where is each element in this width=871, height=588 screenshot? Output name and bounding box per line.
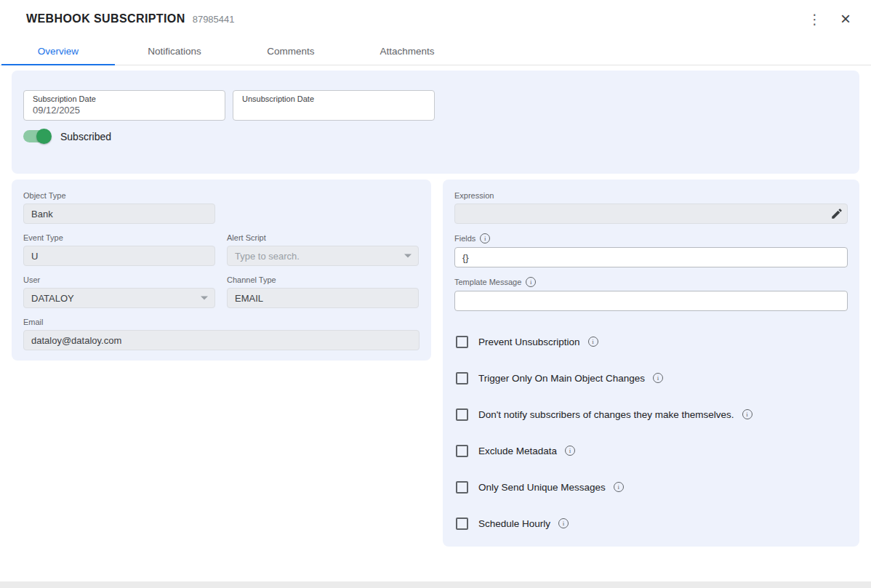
email-field: dataloy@dataloy.com bbox=[23, 330, 420, 350]
prevent-unsubscription-checkbox[interactable] bbox=[456, 336, 468, 348]
object-details-panel: Object Type Bank Event Type U Ale bbox=[12, 180, 431, 361]
page-title: WEBHOOK SUBSCRIPTION bbox=[26, 12, 185, 25]
checkbox-label: Prevent Unsubscription bbox=[478, 337, 580, 347]
event-type-label: Event Type bbox=[23, 233, 215, 242]
checkbox-label: Don't notify subscribers of changes they… bbox=[478, 409, 734, 420]
close-icon[interactable]: × bbox=[840, 10, 851, 28]
expression-label: Expression bbox=[454, 191, 848, 200]
alert-script-placeholder: Type to search. bbox=[235, 251, 300, 262]
chevron-down-icon bbox=[201, 297, 208, 300]
info-icon[interactable]: i bbox=[742, 409, 752, 419]
fields-input[interactable]: {} bbox=[454, 247, 848, 267]
user-label: User bbox=[23, 275, 215, 284]
unsubscription-date-field[interactable]: Unsubscription Date bbox=[233, 90, 435, 121]
kebab-menu-icon[interactable]: ⋮ bbox=[800, 11, 829, 28]
chevron-down-icon bbox=[404, 254, 412, 258]
fields-value: {} bbox=[462, 252, 469, 263]
channel-type-input: EMAIL bbox=[227, 288, 419, 308]
checkbox-row-dont-notify-self: Don't notify subscribers of changes they… bbox=[456, 407, 848, 422]
alert-script-input[interactable]: Type to search. bbox=[227, 246, 419, 266]
info-icon[interactable]: i bbox=[480, 233, 490, 243]
event-type-value: U bbox=[31, 251, 38, 262]
overview-content: Subscription Date 09/12/2025 Unsubscript… bbox=[0, 65, 871, 547]
tab-notifications[interactable]: Notifications bbox=[116, 38, 233, 65]
tab-attachments[interactable]: Attachments bbox=[349, 38, 465, 65]
user-value: DATALOY bbox=[31, 293, 74, 304]
unsubscription-date-label: Unsubscription Date bbox=[242, 94, 425, 103]
exclude-metadata-checkbox[interactable] bbox=[456, 445, 468, 457]
dialog-header: WEBHOOK SUBSCRIPTION 87985441 ⋮ × bbox=[0, 0, 871, 38]
fields-label: Fields bbox=[454, 234, 475, 243]
user-select[interactable]: DATALOY bbox=[23, 288, 215, 308]
checkbox-row-unique-messages: Only Send Unique Messages i bbox=[456, 480, 848, 494]
subscription-date-field[interactable]: Subscription Date 09/12/2025 bbox=[23, 90, 225, 121]
info-icon[interactable]: i bbox=[558, 518, 569, 528]
info-icon[interactable]: i bbox=[653, 373, 663, 383]
webhook-subscription-dialog: WEBHOOK SUBSCRIPTION 87985441 ⋮ × Overvi… bbox=[0, 0, 871, 581]
subscription-date-label: Subscription Date bbox=[33, 94, 216, 103]
email-value: dataloy@dataloy.com bbox=[31, 335, 121, 346]
checkbox-label: Exclude Metadata bbox=[478, 446, 557, 456]
email-label: Email bbox=[23, 318, 420, 326]
info-icon[interactable]: i bbox=[588, 337, 598, 347]
channel-type-label: Channel Type bbox=[227, 275, 419, 284]
expression-input bbox=[454, 204, 848, 224]
subscribed-toggle[interactable] bbox=[23, 130, 49, 142]
toggle-knob bbox=[36, 129, 52, 144]
subscribed-toggle-label: Subscribed bbox=[60, 131, 111, 142]
object-type-label: Object Type bbox=[23, 191, 215, 200]
checkbox-label: Schedule Hourly bbox=[478, 518, 550, 529]
checkbox-row-prevent-unsubscription: Prevent Unsubscription i bbox=[456, 334, 848, 349]
info-icon[interactable]: i bbox=[614, 482, 624, 492]
alert-script-label: Alert Script bbox=[227, 233, 419, 242]
template-message-input[interactable] bbox=[454, 291, 848, 311]
subscription-panel: Subscription Date 09/12/2025 Unsubscript… bbox=[12, 71, 859, 174]
unique-messages-checkbox[interactable] bbox=[456, 481, 468, 494]
info-icon[interactable]: i bbox=[565, 446, 575, 456]
record-id: 87985441 bbox=[193, 14, 235, 25]
tab-comments[interactable]: Comments bbox=[233, 38, 349, 65]
object-type-value: Bank bbox=[31, 209, 53, 220]
checkbox-row-exclude-metadata: Exclude Metadata i bbox=[456, 443, 848, 458]
checkbox-row-trigger-main-object: Trigger Only On Main Object Changes i bbox=[456, 371, 848, 385]
options-checkbox-list: Prevent Unsubscription i Trigger Only On… bbox=[454, 334, 848, 531]
unsubscription-date-value bbox=[242, 105, 425, 116]
trigger-main-object-checkbox[interactable] bbox=[456, 372, 468, 384]
notification-settings-panel: Expression Fields i bbox=[443, 180, 859, 547]
checkbox-row-schedule-hourly: Schedule Hourly i bbox=[456, 516, 848, 531]
dont-notify-self-checkbox[interactable] bbox=[456, 408, 468, 421]
tab-overview[interactable]: Overview bbox=[0, 38, 116, 65]
object-type-input: Bank bbox=[23, 204, 215, 224]
schedule-hourly-checkbox[interactable] bbox=[456, 517, 468, 530]
tab-bar: Overview Notifications Comments Attachme… bbox=[0, 38, 871, 65]
subscription-date-value: 09/12/2025 bbox=[33, 105, 216, 116]
checkbox-label: Trigger Only On Main Object Changes bbox=[478, 373, 645, 384]
event-type-input: U bbox=[23, 246, 215, 266]
edit-pencil-icon[interactable] bbox=[828, 205, 846, 222]
channel-type-value: EMAIL bbox=[235, 293, 263, 304]
checkbox-label: Only Send Unique Messages bbox=[478, 482, 606, 493]
template-message-label: Template Message bbox=[454, 278, 521, 286]
info-icon[interactable]: i bbox=[526, 277, 536, 287]
